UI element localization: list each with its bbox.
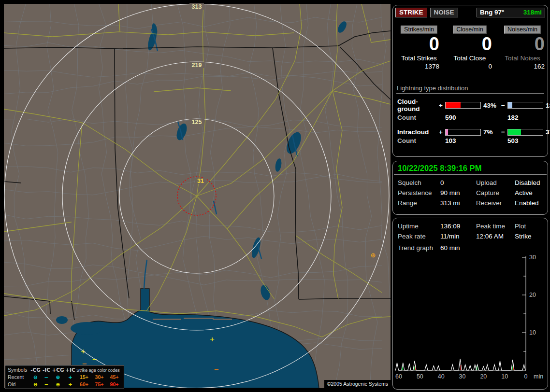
trend-panel: Uptime 136:09 Peak time Plot Peak rate 1… — [392, 218, 548, 390]
minus-icon: − — [41, 381, 52, 388]
ic-minus-count: 503 — [501, 137, 550, 144]
ic-minus-bar — [507, 129, 543, 136]
receiver-label: Receiver — [476, 199, 515, 207]
cg-plus-count: 590 — [439, 114, 501, 121]
peak-rate-value: 11/min — [440, 233, 476, 240]
lightning-map[interactable]: ⊕+−+−−31321912531 Symbols -CG -IC +CG +I… — [4, 4, 391, 388]
svg-text:−: − — [214, 366, 219, 373]
legend-row-old: Old ⊖ − ⊕ + 60+ 75+ 90+ — [8, 381, 122, 388]
cg-minus-bar — [507, 102, 543, 109]
squelch-value: 0 — [440, 179, 476, 186]
ic-plus-pct: 7% — [481, 128, 501, 136]
svg-text:50: 50 — [417, 373, 423, 380]
upload-status: Disabled — [515, 179, 548, 186]
svg-text:−: − — [92, 356, 98, 363]
svg-text:10: 10 — [501, 373, 508, 380]
intracloud-label: Intracloud — [397, 128, 439, 136]
legend-col-pcg: +CG — [52, 366, 64, 374]
circle-minus-icon: ⊖ — [30, 374, 41, 381]
total-strikes-value: 1378 — [425, 63, 441, 70]
cg-plus-pct: 43% — [481, 102, 501, 109]
noises-counter: Noises/min 0 Total Noises 162 — [498, 26, 547, 70]
legend-old-label: Old — [8, 381, 30, 388]
svg-text:60: 60 — [395, 373, 402, 380]
circle-minus-icon: ⊖ — [30, 381, 41, 388]
app-window: { "toolbar": { "strike_label": "STRIKE",… — [0, 0, 550, 392]
squelch-label: Squelch — [398, 179, 440, 186]
strike-button[interactable]: STRIKE — [395, 8, 427, 17]
trend-graph-label: Trend graph — [398, 244, 440, 252]
trend-graph-value: 60 min — [440, 244, 548, 252]
legend-recent-label: Recent — [8, 374, 30, 381]
strikes-per-min-button[interactable]: Strikes/min — [401, 26, 437, 34]
svg-text:219: 219 — [192, 62, 202, 69]
minus-sign: − — [501, 102, 507, 109]
distribution-title: Lightning type distribution — [396, 84, 544, 94]
capture-status: Active — [515, 189, 548, 196]
age-60: 60+ — [76, 381, 92, 388]
total-close-label: Total Close — [454, 55, 486, 62]
svg-text:40: 40 — [438, 373, 445, 380]
cg-count-label: Count — [397, 114, 439, 121]
total-noises-label: Total Noises — [505, 55, 540, 62]
ic-plus-bar — [445, 129, 481, 136]
age-90: 90+ — [107, 381, 122, 388]
total-close-value: 0 — [488, 63, 494, 70]
cg-plus-bar — [445, 102, 481, 109]
age-45: 45+ — [107, 374, 122, 381]
legend-row-recent: Recent ⊖ − ⊕ + 15+ 30+ 45+ — [8, 374, 122, 381]
uptime-label: Uptime — [398, 223, 440, 230]
plot-mode-value: Strike — [515, 233, 548, 240]
receiver-status: Enabled — [515, 199, 548, 207]
close-per-min-button[interactable]: Close/min — [453, 26, 487, 34]
svg-text:min: min — [534, 373, 543, 380]
noises-per-min-button[interactable]: Noises/min — [504, 26, 541, 34]
lightning-distribution: Lightning type distribution Cloud-ground… — [393, 84, 548, 144]
ic-count-label: Count — [397, 137, 439, 144]
map-canvas[interactable]: ⊕+−+−−31321912531 — [4, 4, 391, 388]
legend-col-nic: -IC — [41, 366, 52, 374]
legend-symbols-header: Symbols — [8, 366, 30, 374]
ic-plus-count: 103 — [439, 137, 501, 144]
chart-tick-labels: 3020106050403020100min — [395, 254, 543, 380]
plus-sign: + — [439, 128, 445, 136]
noises-rate-value: 0 — [535, 34, 547, 54]
svg-text:30: 30 — [529, 254, 536, 261]
age-15: 15+ — [76, 374, 92, 381]
legend-col-ncg: -CG — [30, 366, 41, 374]
plus-sign: + — [439, 102, 445, 109]
capture-label: Capture — [476, 189, 515, 196]
noise-button[interactable]: NOISE — [430, 8, 458, 17]
datetime-display: 10/22/2025 8:39:16 PM — [394, 161, 547, 175]
bearing-display: Bng 97° 318mi — [477, 8, 545, 17]
bearing-label: Bng 97° — [480, 9, 504, 16]
total-strikes-label: Total Strikes — [401, 55, 437, 62]
peak-time-value: 12:06 AM — [476, 233, 515, 240]
bearing-range: 318mi — [523, 9, 542, 16]
trend-graph-chart: 3020106050403020100min — [393, 253, 548, 383]
svg-text:+: + — [210, 336, 215, 343]
plus-icon: + — [64, 381, 76, 388]
strikes-rate-value: 0 — [429, 34, 441, 54]
svg-text:31: 31 — [197, 178, 204, 184]
close-rate-value: 0 — [482, 34, 494, 54]
persistence-label: Persistence — [398, 189, 440, 196]
total-noises-value: 162 — [534, 63, 547, 70]
svg-text:20: 20 — [480, 373, 487, 380]
plot-label: Plot — [515, 223, 548, 230]
strikes-counter: Strikes/min 0 Total Strikes 1378 — [397, 26, 441, 70]
svg-text:313: 313 — [192, 3, 202, 10]
svg-text:30: 30 — [459, 373, 466, 380]
svg-text:125: 125 — [192, 119, 202, 126]
svg-text:10: 10 — [529, 329, 536, 336]
copyright-text: ©2005 Astrogenic Systems — [324, 380, 391, 388]
map-legend: Symbols -CG -IC +CG +IC Strike age color… — [5, 365, 124, 389]
minus-sign: − — [501, 128, 507, 136]
close-counter: Close/min 0 Total Close 0 — [446, 26, 494, 70]
plus-icon: + — [64, 374, 76, 381]
chart-markers — [402, 365, 514, 370]
cloud-ground-label: Cloud-ground — [397, 98, 439, 112]
cg-minus-count: 182 — [501, 114, 550, 121]
upload-label: Upload — [476, 179, 515, 186]
peak-time-label: Peak time — [476, 223, 515, 230]
